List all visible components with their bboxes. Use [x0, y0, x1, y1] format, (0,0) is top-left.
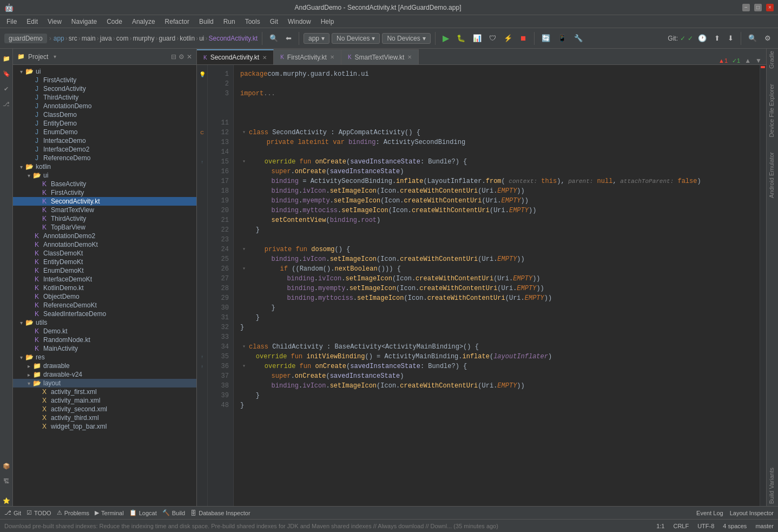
search-btn[interactable]: 🔍	[746, 32, 760, 44]
git-tool-btn[interactable]: ⎇ Git	[4, 509, 21, 516]
device-file-explorer-label[interactable]: Device File Explorer	[767, 82, 778, 139]
tree-item-widget-top-bar-xml[interactable]: X widget_top_bar.xml	[13, 422, 196, 431]
fold-34[interactable]: ▾	[240, 343, 248, 351]
bc-main[interactable]: main	[82, 35, 96, 42]
menu-item-refactor[interactable]: Refactor	[161, 17, 194, 27]
tree-item-topbarview[interactable]: K TopBarView	[13, 223, 196, 232]
tree-item-first-activity-kt[interactable]: K FirstActivity	[13, 188, 196, 197]
fold-36[interactable]: ▾	[240, 363, 248, 370]
code-area[interactable]: package com.murphy.guard.kotlin.ui impor…	[234, 65, 760, 506]
maximize-btn[interactable]: □	[754, 4, 762, 11]
gradle-panel-label[interactable]: Gradle	[767, 49, 778, 71]
tree-item-kotlin[interactable]: ▾ 📂 kotlin	[13, 162, 196, 171]
tree-item-kotlin-ui[interactable]: ▾ 📂 ui	[13, 171, 196, 180]
sdk-btn[interactable]: 🔧	[571, 32, 585, 44]
menu-item-run[interactable]: Run	[219, 17, 240, 27]
tree-item-reference-demo[interactable]: J ReferenceDemo	[13, 154, 196, 162]
sidebar-favorites-icon[interactable]: ⭐	[1, 495, 12, 506]
tree-item-drawable-v24[interactable]: ▸ 📁 drawable-v24	[13, 370, 196, 379]
avd-btn[interactable]: 📱	[555, 32, 569, 44]
menu-item-code[interactable]: Code	[102, 17, 127, 27]
encoding-indicator[interactable]: UTF-8	[697, 523, 714, 529]
sidebar-project-icon[interactable]: 📁	[1, 53, 12, 64]
tree-item-interface-demo-kt[interactable]: K InterfaceDemoKt	[13, 275, 196, 284]
coverage-btn[interactable]: 🛡	[486, 32, 499, 44]
sidebar-git-icon[interactable]: ⎇	[1, 98, 12, 109]
scroll-top-btn[interactable]: ▲	[744, 57, 751, 64]
tree-item-smart-text-view[interactable]: K SmartTextView	[13, 206, 196, 214]
tree-item-layout[interactable]: ▾ 📂 layout	[13, 379, 196, 387]
position-indicator[interactable]: 1:1	[656, 523, 664, 529]
tree-item-drawable[interactable]: ▸ 📁 drawable	[13, 362, 196, 370]
terminal-tool-btn[interactable]: ▶ Terminal	[95, 509, 124, 516]
tree-item-second-activity-kt[interactable]: K SecondActivity.kt	[13, 197, 196, 206]
menu-item-edit[interactable]: Edit	[22, 17, 42, 27]
tree-item-activity-second-xml[interactable]: X activity_second.xml	[13, 405, 196, 413]
bc-file[interactable]: SecondActivity.kt	[209, 35, 258, 42]
tree-item-base-activity[interactable]: K BaseActivity	[13, 180, 196, 188]
tab-smart-text-view[interactable]: K SmartTextView.kt ✕	[341, 49, 419, 64]
menu-item-window[interactable]: Window	[283, 17, 315, 27]
tree-item-annotation-demo[interactable]: J AnnotationDemo	[13, 102, 196, 110]
tree-item-main-activity[interactable]: K MainActivity	[13, 344, 196, 353]
tree-item-entity-demo-kt[interactable]: K EntityDemoKt	[13, 258, 196, 266]
bc-kotlin[interactable]: kotlin	[180, 35, 195, 42]
menu-item-view[interactable]: View	[43, 17, 66, 27]
todo-tool-btn[interactable]: ☑ TODO	[27, 509, 51, 516]
tree-item-activity-first-xml[interactable]: X activity_first.xml	[13, 387, 196, 396]
sidebar-resource-icon[interactable]: 📦	[1, 461, 12, 471]
settings-btn[interactable]: ⚙	[762, 32, 774, 44]
tree-item-ui1[interactable]: ▾ 📂 ui	[13, 67, 196, 76]
tree-item-utils[interactable]: ▾ 📂 utils	[13, 318, 196, 327]
menu-item-tools[interactable]: Tools	[241, 17, 265, 27]
tree-close-btn[interactable]: ✕	[187, 53, 192, 61]
devices-dropdown[interactable]: No Devices ▾	[332, 33, 380, 44]
android-emulator-label[interactable]: Android Emulator	[767, 150, 778, 200]
menu-item-help[interactable]: Help	[317, 17, 339, 27]
bc-java[interactable]: java	[100, 35, 112, 42]
tree-item-annotation-demo2[interactable]: K AnnotationDemo2	[13, 232, 196, 240]
apply-changes-btn[interactable]: ⚡	[501, 32, 515, 44]
line-sep-indicator[interactable]: CRLF	[673, 523, 689, 529]
indent-indicator[interactable]: 4 spaces	[723, 523, 747, 529]
tree-item-activity-third-xml[interactable]: X activity_third.xml	[13, 413, 196, 422]
tab-stv-close[interactable]: ✕	[407, 54, 412, 60]
tree-item-class-demo[interactable]: J ClassDemo	[13, 110, 196, 119]
tree-item-third-activity-kt[interactable]: K ThirdActivity	[13, 214, 196, 223]
editor-content[interactable]: 💡 C ↑	[197, 65, 766, 506]
tree-item-enum-demo[interactable]: J EnumDemo	[13, 128, 196, 136]
tab-second-activity[interactable]: K SecondActivity.kt ✕	[197, 49, 274, 64]
tree-item-third-activity-java[interactable]: J ThirdActivity	[13, 93, 196, 102]
fold-15[interactable]: ▾	[240, 158, 248, 166]
stop-btn[interactable]: ⏹	[517, 32, 530, 44]
menu-item-analyze[interactable]: Analyze	[128, 17, 160, 27]
fold-24[interactable]: ▾	[240, 246, 248, 253]
tree-item-kotlin-demo[interactable]: K KotlinDemo.kt	[13, 284, 196, 292]
tree-options-btn[interactable]: ⚙	[179, 53, 184, 61]
bc-app[interactable]: app	[54, 35, 64, 42]
minimize-btn[interactable]: −	[742, 4, 750, 11]
logcat-tool-btn[interactable]: 📋 Logcat	[129, 509, 157, 516]
fold-26[interactable]: ▾	[240, 265, 248, 273]
db-inspector-tool-btn[interactable]: 🗄 Database Inspector	[190, 509, 250, 516]
project-name[interactable]: guardDemo	[4, 34, 47, 43]
git-push-btn[interactable]: ⬆	[711, 32, 723, 44]
scroll-bottom-btn[interactable]: ▼	[755, 57, 762, 64]
bc-guard[interactable]: guard	[159, 35, 175, 42]
tree-item-sealed-interface[interactable]: K SealedInterfaceDemo	[13, 310, 196, 318]
tree-item-first-activity-java[interactable]: J FirstActivity	[13, 76, 196, 84]
bc-murphy[interactable]: murphy	[133, 35, 154, 42]
tree-item-reference-demo-kt[interactable]: K ReferenceDemoKt	[13, 301, 196, 310]
menu-item-git[interactable]: Git	[266, 17, 282, 27]
sidebar-structure-icon[interactable]: 🏗	[1, 476, 12, 487]
git-pull-btn[interactable]: ⬇	[725, 32, 736, 44]
nav-back-btn[interactable]: ⬅	[283, 32, 294, 44]
close-btn[interactable]: ×	[766, 4, 774, 11]
menu-item-file[interactable]: File	[2, 17, 21, 27]
tree-item-random-node[interactable]: K RandomNode.kt	[13, 336, 196, 344]
sync-btn[interactable]: 🔄	[539, 32, 553, 44]
tab-first-activity[interactable]: K FirstActivity.kt ✕	[274, 49, 341, 64]
tree-item-interface-demo2[interactable]: J InterfaceDemo2	[13, 145, 196, 154]
tree-item-annotation-demo-kt[interactable]: K AnnotationDemoKt	[13, 240, 196, 249]
tree-item-activity-main-xml[interactable]: X activity_main.xml	[13, 396, 196, 405]
